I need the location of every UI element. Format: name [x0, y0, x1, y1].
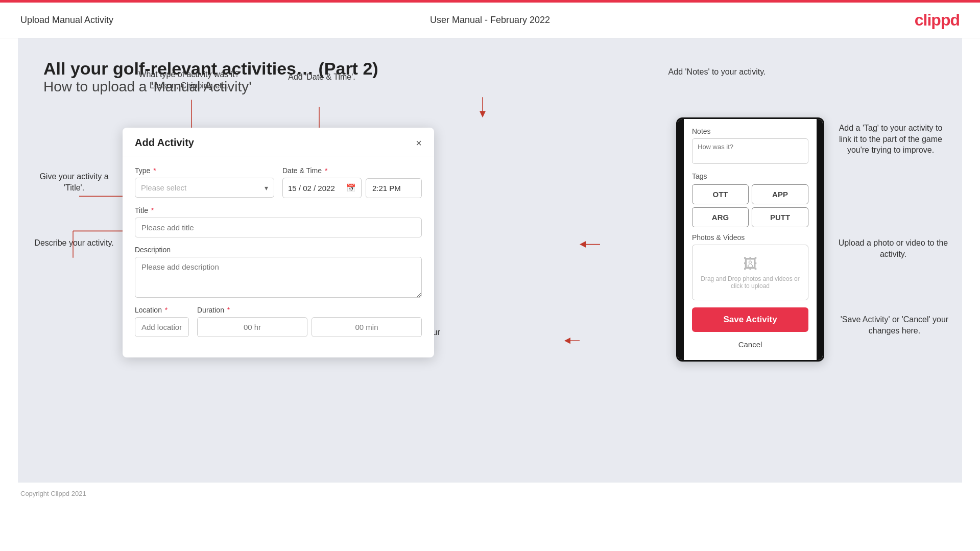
upload-icon: 🖼	[698, 255, 803, 272]
description-textarea[interactable]	[135, 257, 422, 298]
location-group: Location *	[135, 306, 189, 337]
tags-section: Tags OTT APP ARG PUTT	[692, 172, 808, 227]
type-label: Type *	[135, 166, 274, 175]
phone-content: Notes Tags OTT APP ARG PUTT	[684, 119, 817, 360]
annotation-datetime: Add 'Date & Time'.	[268, 71, 375, 83]
right-panel: Notes Tags OTT APP ARG PUTT	[676, 117, 829, 362]
upload-text: Drag and Drop photos and videos or click…	[698, 275, 803, 290]
cancel-button[interactable]: Cancel	[728, 337, 773, 352]
svg-marker-19	[480, 111, 486, 118]
phone-right-bar	[817, 119, 823, 360]
duration-min-input[interactable]	[312, 317, 422, 337]
description-group: Description	[135, 246, 422, 298]
description-label: Description	[135, 246, 422, 254]
modal-title: Add Activity	[135, 137, 194, 149]
photos-section: Photos & Videos 🖼 Drag and Drop photos a…	[692, 233, 808, 300]
annotation-tag: Add a 'Tag' to your activity to link it …	[834, 123, 947, 156]
notes-textarea[interactable]	[692, 138, 808, 164]
logo: clippd	[915, 11, 960, 30]
date-value: 15 / 02 / 2022	[288, 184, 335, 193]
duration-group: Duration *	[197, 306, 422, 337]
modal-body: Type * ▾ Please select Date & Time *	[123, 156, 434, 357]
notes-section: Notes	[692, 127, 808, 166]
annotation-give-title: Give your activity a 'Title'.	[33, 171, 115, 193]
title-label: Title *	[135, 206, 422, 214]
save-activity-button[interactable]: Save Activity	[692, 307, 808, 332]
tag-putt[interactable]: PUTT	[752, 207, 808, 227]
location-input[interactable]	[135, 317, 189, 337]
duration-label: Duration *	[197, 306, 422, 314]
calendar-icon[interactable]: 📅	[346, 183, 356, 193]
photos-label: Photos & Videos	[692, 233, 808, 242]
phone-mockup: Notes Tags OTT APP ARG PUTT	[676, 117, 824, 362]
annotation-save-cancel: 'Save Activity' or 'Cancel' your changes…	[834, 314, 954, 336]
svg-marker-23	[564, 338, 570, 344]
tags-grid: OTT APP ARG PUTT	[692, 184, 808, 227]
main-content: All your golf-relevant activities… (Part…	[18, 38, 962, 483]
date-time-row: 15 / 02 / 2022 📅 2:21 PM	[282, 178, 422, 198]
tag-arg[interactable]: ARG	[692, 207, 749, 227]
modal-close-button[interactable]: ×	[416, 138, 422, 148]
header-left: Upload Manual Activity	[20, 15, 113, 26]
duration-hr-input[interactable]	[197, 317, 307, 337]
modal-header: Add Activity ×	[123, 128, 434, 156]
svg-marker-21	[580, 241, 586, 248]
duration-inputs	[197, 317, 422, 337]
notes-label: Notes	[692, 127, 808, 135]
type-group: Type * ▾ Please select	[135, 166, 274, 198]
tag-ott[interactable]: OTT	[692, 184, 749, 204]
annotation-upload: Upload a photo or video to the activity.	[834, 237, 952, 259]
tags-label: Tags	[692, 172, 808, 180]
add-activity-modal: Add Activity × Type * ▾ Please select	[123, 128, 434, 357]
header: Upload Manual Activity User Manual - Feb…	[0, 3, 980, 38]
datetime-group: Date & Time * 15 / 02 / 2022 📅 2:21 PM	[282, 166, 422, 198]
annotation-notes: Add 'Notes' to your activity.	[666, 66, 768, 78]
location-label: Location *	[135, 306, 189, 314]
date-input[interactable]: 15 / 02 / 2022 📅	[282, 178, 362, 198]
header-center: User Manual - February 2022	[430, 15, 550, 26]
upload-area[interactable]: 🖼 Drag and Drop photos and videos or cli…	[692, 245, 808, 300]
tag-app[interactable]: APP	[752, 184, 808, 204]
copyright: Copyright Clippd 2021	[0, 483, 980, 505]
time-input[interactable]: 2:21 PM	[366, 178, 422, 198]
annotation-describe: Describe your activity.	[33, 237, 115, 249]
type-datetime-row: Type * ▾ Please select Date & Time *	[135, 166, 422, 198]
annotation-activity-type: What type of activity was it? Lesson, Ch…	[130, 69, 248, 91]
datetime-label: Date & Time *	[282, 166, 422, 175]
type-select[interactable]	[135, 178, 274, 198]
title-group: Title *	[135, 206, 422, 237]
type-select-wrapper[interactable]: ▾ Please select	[135, 178, 274, 198]
phone-left-bar	[678, 119, 684, 360]
phone-body: Notes Tags OTT APP ARG PUTT	[678, 119, 823, 360]
location-duration-row: Location * Duration *	[135, 306, 422, 337]
title-input[interactable]	[135, 218, 422, 237]
